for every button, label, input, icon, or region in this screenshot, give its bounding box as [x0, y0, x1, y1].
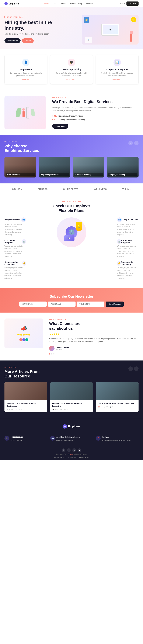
hero-title: Hiring the best in the industry. — [4, 20, 56, 31]
why-list-item-0: 01. Executive Advisory Services — [52, 115, 138, 117]
footer-social: f t in ▶ — [4, 448, 138, 452]
compensation-icon-wrap: 👤 — [22, 59, 30, 66]
blog-meta-2: 📅 Jul 22, 2021 💬 0 — [98, 406, 136, 408]
blog-title-1: Guide to HR adviser and Clients lessenin… — [52, 402, 91, 408]
footer-copyright: Copyright © 2021 Emphires All Rights Res… — [4, 454, 138, 455]
service-title-1: Leadership Training — [53, 68, 90, 70]
plan-desc-left-2: We analyze your websites structure, inte… — [4, 266, 26, 280]
youtube-icon[interactable]: ▶ — [124, 3, 125, 4]
blog-next-arrow[interactable]: › — [134, 366, 138, 371]
testimonial-dot-1[interactable] — [49, 353, 50, 354]
footer-policy-links: Privacy & Policy Conditions Refund Polic… — [4, 456, 138, 458]
testimonial-navigation — [49, 353, 138, 354]
hero-tag: HIRING HAPPINESS — [4, 16, 56, 18]
plan-desc-left-1: We analyze your websites structure, inte… — [4, 245, 26, 258]
bulb-icon: 💡 — [76, 222, 82, 231]
lets-talk-button[interactable]: Let's Talk — [126, 2, 138, 6]
testimonial-dot-3[interactable] — [53, 353, 54, 354]
compensation-icon: 👤 — [22, 59, 30, 66]
learn-more-button[interactable]: Learn More — [52, 124, 68, 129]
person-head — [22, 108, 25, 111]
plan-item-right-2: 💰 Compensation Consulting We analyze you… — [117, 261, 138, 280]
read-more-1[interactable]: Read More → — [53, 79, 90, 80]
megaphone-icon: 📣 — [20, 325, 27, 332]
our-services-tag: OUR SERVICES — [4, 141, 39, 142]
blog-date-0: 📅 Jul 22, 2021 — [6, 408, 17, 410]
read-more-0[interactable]: Read More → — [8, 79, 44, 80]
photo-overlay-2: Strategic Planning — [73, 157, 104, 178]
nav-projects[interactable]: Projects — [69, 3, 76, 5]
footer-twitter-icon[interactable]: t — [67, 448, 70, 452]
plan-title-right-1: Corporated Programs — [121, 239, 138, 244]
our-services-title: Why chooseEmphires Services — [4, 144, 39, 153]
calendar-icon: 📅 — [6, 408, 8, 410]
hero-person — [130, 31, 132, 42]
footer-refund-link[interactable]: Refund Policy — [79, 456, 89, 458]
newsletter-name-input-2[interactable] — [48, 302, 75, 306]
service-desc-0: Our helps find a reliable and knowledgea… — [8, 72, 44, 77]
photo-overlay-1: Improving Resource — [38, 157, 70, 178]
nav-services[interactable]: Services — [60, 3, 66, 5]
hero-content: HIRING HAPPINESS Hiring the best in the … — [4, 16, 56, 43]
blog-card-body-0: Best Service provides for Small Business… — [4, 400, 47, 412]
why-tag: WHY CHOSE US — [52, 97, 138, 98]
why-illustration — [4, 96, 46, 129]
nav-pages[interactable]: Pages — [52, 3, 57, 5]
twitter-icon[interactable]: t — [120, 3, 121, 4]
footer-privacy-link[interactable]: Privacy & Policy — [54, 456, 66, 458]
send-message-button[interactable]: Send Message — [106, 302, 124, 306]
why-item-label-1: Training Assessments Planning — [58, 118, 86, 120]
blog-title-0: Best Service provides for Small Business… — [6, 402, 45, 408]
service-desc-1: Our helps find a reliable and knowledgea… — [53, 72, 90, 77]
footer-logo: Emphires — [4, 424, 138, 428]
brand-chiropecto: CHIROPECTO — [63, 188, 78, 190]
instagram-icon[interactable]: in — [122, 3, 123, 4]
why-list-item-1: 02. Training Assessments Planning — [52, 118, 138, 120]
monitor-screen: 🖥️ — [103, 25, 118, 34]
testimonial-illus-content: 📣 ★★★★★ — [17, 325, 30, 342]
why-item-num-0: 01. — [54, 115, 57, 117]
author-role: Manager — [56, 348, 69, 350]
service-photo-3: Employee Training — [107, 157, 138, 178]
footer-bottom: f t in ▶ Copyright © 2021 Emphires All R… — [0, 446, 143, 460]
footer-facebook-icon[interactable]: f — [62, 448, 65, 452]
discover-button[interactable]: Discover Now — [4, 38, 20, 43]
blog-prev-arrow[interactable]: ‹ — [128, 366, 133, 371]
calendar-icon-1: 📅 — [52, 408, 54, 410]
comment-icon: 💬 — [18, 408, 20, 410]
plan-item-left-1: Corporated Programs 🏢 We analyze your we… — [4, 239, 26, 258]
nav-blog[interactable]: Blog — [78, 3, 82, 5]
footer-brand-link[interactable]: Emphires — [68, 454, 74, 455]
newsletter-email-input[interactable] — [77, 302, 104, 306]
leaf-decor-1 — [16, 108, 21, 117]
plans-tag: EMPLOYMENT — [4, 201, 138, 202]
plan-item-header-left-1: Corporated Programs 🏢 — [4, 239, 26, 244]
prev-arrow[interactable]: ‹ — [128, 141, 133, 145]
nav-contact[interactable]: Contact Us — [84, 3, 93, 5]
why-item-num-1: 02. — [54, 118, 57, 120]
email-icon: ✉️ — [50, 436, 55, 440]
read-more-2[interactable]: Read More → — [99, 79, 136, 80]
testimonial-illustration: 📣 ★★★★★ — [4, 318, 43, 348]
blog-comments-0: 💬 0 — [18, 408, 22, 410]
newsletter-name-input[interactable] — [19, 302, 46, 306]
next-arrow[interactable]: › — [134, 141, 138, 145]
footer-youtube-icon[interactable]: ▶ — [78, 448, 81, 452]
nav-home[interactable]: Home — [44, 3, 49, 5]
why-image — [4, 96, 46, 129]
footer-conditions-link[interactable]: Conditions — [68, 456, 76, 458]
hero-card: 🔍 — [85, 37, 92, 43]
blog-comments-2: 💬 0 — [110, 406, 113, 408]
why-item-label-0: Executive Advisory Services — [58, 115, 83, 117]
why-title: We Provide Best Digital Services — [52, 100, 138, 104]
contact-button[interactable]: Contact — [22, 38, 34, 43]
plans-grid: People Cohesion 👥 We analyze your websit… — [4, 218, 138, 282]
footer-instagram-icon[interactable]: in — [72, 448, 76, 452]
logo[interactable]: E Emphires — [4, 2, 19, 5]
facebook-icon[interactable]: f — [119, 3, 119, 4]
blog-card-2: Our strength Proper Business your Path 📅… — [96, 382, 138, 412]
testimonial-dot-2[interactable] — [51, 353, 52, 354]
why-section: WHY CHOSE US We Provide Best Digital Ser… — [0, 90, 143, 135]
footer: Emphires 📞 +10898.666.80 +10879.444.13 ✉… — [0, 418, 143, 460]
comment-icon-1: 💬 — [64, 408, 66, 410]
